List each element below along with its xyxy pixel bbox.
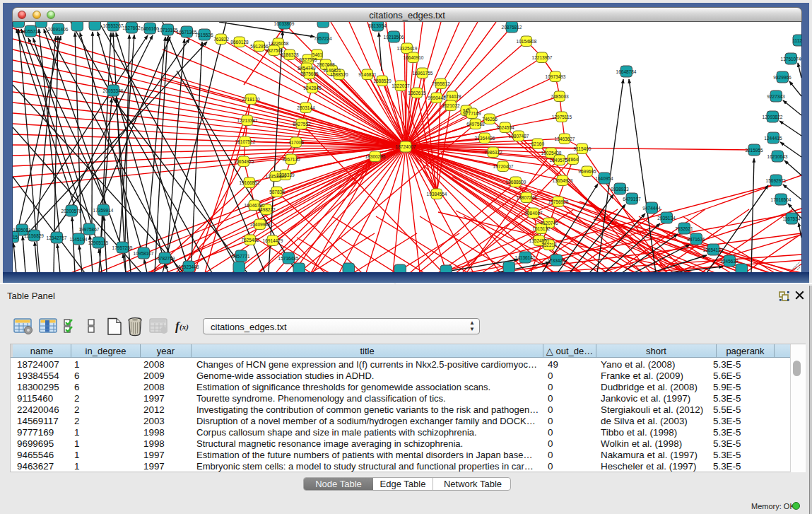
svg-text:10025438: 10025438	[541, 151, 562, 156]
svg-text:6479197: 6479197	[623, 197, 641, 201]
svg-text:17957255: 17957255	[112, 245, 133, 250]
svg-text:12213957: 12213957	[532, 55, 553, 60]
svg-text:6497568: 6497568	[466, 122, 485, 127]
svg-text:16033809: 16033809	[274, 22, 295, 26]
svg-text:10654925: 10654925	[234, 159, 254, 164]
svg-text:10688609: 10688609	[506, 180, 526, 185]
svg-text:5461: 5461	[312, 52, 323, 57]
svg-text:3267130: 3267130	[282, 157, 300, 162]
svg-text:15692971: 15692971	[766, 178, 787, 183]
svg-text:9457771: 9457771	[232, 254, 250, 259]
svg-text:8813054: 8813054	[368, 23, 387, 28]
svg-text:10553267: 10553267	[103, 23, 124, 28]
svg-text:746266: 746266	[482, 117, 498, 122]
svg-text:8186328: 8186328	[281, 52, 299, 57]
svg-text:2867608: 2867608	[317, 62, 335, 67]
svg-text:2718170: 2718170	[242, 97, 260, 102]
svg-text:1385081: 1385081	[13, 228, 31, 233]
svg-text:12353394: 12353394	[266, 174, 286, 179]
svg-text:763822: 763822	[213, 37, 229, 42]
svg-text:14136141: 14136141	[515, 255, 536, 260]
svg-text:10958107: 10958107	[134, 251, 154, 256]
svg-text:20876812: 20876812	[502, 25, 522, 30]
svg-text:9084067: 9084067	[524, 211, 543, 216]
svg-text:7515526: 7515526	[195, 33, 213, 37]
svg-text:14055724: 14055724	[20, 29, 41, 34]
svg-text:9474444: 9474444	[642, 206, 661, 211]
svg-text:12905115: 12905115	[88, 240, 109, 245]
svg-text:8660128: 8660128	[230, 40, 249, 45]
svg-text:16961755: 16961755	[413, 71, 433, 76]
svg-text:19166852: 19166852	[240, 180, 260, 185]
svg-text:8427552: 8427552	[293, 122, 311, 127]
svg-text:9327505: 9327505	[299, 57, 317, 62]
svg-text:1167534: 1167534	[783, 216, 801, 221]
svg-text:9777169: 9777169	[463, 111, 481, 116]
svg-text:1527602: 1527602	[122, 25, 141, 30]
svg-text:18495754: 18495754	[550, 158, 570, 163]
svg-text:10719185: 10719185	[158, 28, 178, 33]
svg-text:20200578: 20200578	[61, 209, 82, 214]
svg-text:1322037: 1322037	[392, 83, 410, 88]
svg-text:9227343: 9227343	[767, 94, 785, 99]
svg-text:252214: 252214	[541, 243, 557, 247]
svg-text:7485003: 7485003	[551, 94, 569, 99]
svg-text:4120746: 4120746	[540, 221, 558, 226]
svg-text:7625402: 7625402	[241, 238, 259, 243]
svg-text:7632621: 7632621	[675, 226, 693, 231]
svg-text:3624554: 3624554	[496, 125, 514, 130]
svg-text:1145194: 1145194	[70, 237, 88, 242]
svg-text:3915: 3915	[13, 235, 18, 240]
svg-text:10154808: 10154808	[517, 39, 537, 44]
svg-text:15716485: 15716485	[278, 256, 299, 261]
svg-text:7857224: 7857224	[314, 36, 332, 41]
svg-text:6466160: 6466160	[141, 26, 159, 31]
svg-text:9245632: 9245632	[720, 259, 739, 264]
svg-text:7864: 7864	[568, 157, 579, 162]
svg-text:16107512: 16107512	[235, 139, 256, 144]
svg-text:11127: 11127	[792, 38, 801, 43]
svg-text:12975115: 12975115	[552, 115, 572, 119]
svg-text:13325419: 13325419	[397, 46, 418, 51]
svg-text:1588520: 1588520	[373, 78, 392, 83]
svg-text:2803144: 2803144	[297, 105, 315, 110]
svg-text:9242848: 9242848	[303, 86, 322, 90]
svg-text:16782759: 16782759	[155, 256, 175, 261]
svg-text:7986322: 7986322	[484, 150, 502, 155]
svg-text:10756928: 10756928	[548, 199, 569, 204]
svg-text:12213387: 12213387	[237, 118, 258, 123]
svg-text:1621022: 1621022	[442, 103, 460, 108]
svg-text:19218506: 19218506	[384, 35, 404, 40]
svg-text:16671365: 16671365	[177, 30, 197, 35]
svg-text:1640954: 1640954	[595, 176, 613, 181]
svg-text:18807249: 18807249	[517, 195, 537, 200]
svg-text:9734028: 9734028	[443, 94, 461, 99]
svg-text:20053346: 20053346	[103, 88, 124, 93]
svg-text:5875685: 5875685	[300, 71, 319, 76]
svg-text:1244415: 1244415	[764, 136, 782, 141]
svg-text:13463627: 13463627	[555, 136, 575, 141]
svg-text:16210643: 16210643	[767, 154, 788, 159]
svg-text:16409948: 16409948	[250, 222, 271, 227]
svg-text:9146821: 9146821	[358, 72, 377, 77]
svg-text:4498222: 4498222	[257, 207, 276, 212]
svg-text:1588520: 1588520	[330, 72, 348, 77]
svg-text:17359914: 17359914	[93, 208, 114, 213]
svg-text:8454749: 8454749	[298, 66, 316, 71]
svg-text:2935134: 2935134	[657, 216, 676, 221]
svg-text:10654122: 10654122	[703, 247, 724, 252]
svg-text:13751074: 13751074	[781, 57, 801, 62]
svg-text:19975867: 19975867	[79, 227, 100, 232]
svg-text:10807487: 10807487	[509, 134, 529, 139]
svg-text:12342757: 12342757	[47, 235, 67, 240]
svg-text:9829966: 9829966	[773, 75, 792, 80]
svg-text:18724007: 18724007	[396, 144, 416, 149]
svg-text:10973493: 10973493	[546, 74, 566, 79]
svg-text:16640910: 16640910	[404, 55, 424, 60]
svg-text:13654923: 13654923	[553, 178, 573, 183]
svg-text:15720407: 15720407	[493, 164, 514, 169]
svg-text:12093822: 12093822	[763, 115, 783, 119]
svg-text:417006: 417006	[288, 140, 304, 145]
svg-text:16648784: 16648784	[616, 69, 637, 74]
svg-text:8471676: 8471676	[687, 237, 705, 242]
